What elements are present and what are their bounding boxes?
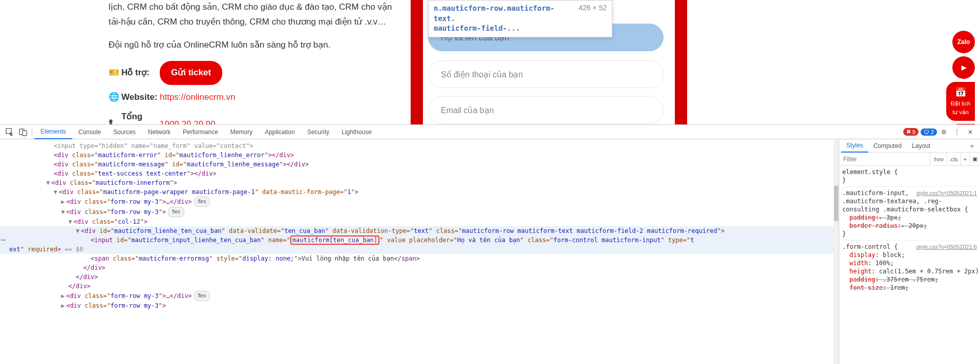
youtube-circle[interactable]: ▶ bbox=[952, 56, 975, 79]
styles-filter-input[interactable] bbox=[839, 156, 930, 163]
message-count-badge[interactable]: 🗨 2 bbox=[921, 129, 937, 136]
schedule-button[interactable]: 📅 Đặt lịch tư vấn bbox=[946, 82, 975, 121]
tab-lighthouse[interactable]: Lighthouse bbox=[335, 125, 378, 139]
tab-computed[interactable]: Computed bbox=[868, 139, 907, 153]
text-line: lịch, CRM cho bất động sản, CRM cho giáo… bbox=[109, 2, 392, 12]
tab-network[interactable]: Network bbox=[142, 125, 177, 139]
label-website: 🌐Website: bbox=[109, 90, 160, 105]
new-rule-icon[interactable]: + bbox=[961, 153, 969, 165]
hov-toggle[interactable]: :hov bbox=[930, 153, 946, 165]
tab-application[interactable]: Application bbox=[259, 125, 301, 139]
label-support: 🎫Hỗ trợ: bbox=[109, 66, 160, 80]
website-link[interactable]: https://onlinecrm.vn bbox=[160, 90, 235, 105]
css-rules[interactable]: element.style { } style.css?v=05052021:1… bbox=[839, 166, 980, 364]
more-tabs-icon[interactable]: » bbox=[966, 142, 978, 149]
tab-memory[interactable]: Memory bbox=[224, 125, 259, 139]
decor-bar bbox=[411, 0, 423, 124]
line-marker-icon: ⋯ bbox=[1, 235, 6, 244]
tab-performance[interactable]: Performance bbox=[177, 125, 224, 139]
tab-layout[interactable]: Layout bbox=[907, 139, 935, 153]
article-content: lịch, CRM cho bất động sản, CRM cho giáo… bbox=[0, 0, 410, 124]
dom-tree[interactable]: ⋯ <input type="hidden" name="name_form" … bbox=[0, 139, 839, 364]
email-input[interactable]: Email của bạn bbox=[428, 96, 664, 124]
devtools-tabbar: Elements Console Sources Network Perform… bbox=[0, 125, 980, 139]
error-count-badge[interactable]: ✖ 9 bbox=[903, 128, 919, 136]
styles-menu-icon[interactable]: ▣ bbox=[969, 153, 980, 165]
ticket-button[interactable]: Gửi ticket bbox=[160, 61, 222, 85]
close-icon[interactable]: ✕ bbox=[964, 125, 977, 139]
tab-styles[interactable]: Styles bbox=[841, 139, 868, 153]
styles-panel: Styles Computed Layout » :hov .cls + ▣ e… bbox=[839, 139, 980, 364]
support-text: Đội ngũ hỗ trợ của OnlineCRM luôn sẵn sà… bbox=[109, 38, 410, 53]
inspect-icon[interactable] bbox=[3, 125, 16, 139]
tab-console[interactable]: Console bbox=[72, 125, 107, 139]
tab-elements[interactable]: Elements bbox=[34, 125, 72, 139]
svg-rect-2 bbox=[23, 131, 27, 136]
text-line: tải-hậu cần, CRM cho truyền thông, CRM c… bbox=[109, 17, 386, 27]
element-inspect-tooltip: n.mauticform-row.mauticform-text. mautic… bbox=[428, 0, 612, 37]
cls-toggle[interactable]: .cls bbox=[946, 153, 961, 165]
device-toggle-icon[interactable] bbox=[16, 125, 30, 139]
contact-form: n.mauticform-row.mauticform-text. mautic… bbox=[411, 0, 687, 124]
decor-bar bbox=[675, 0, 687, 124]
source-link[interactable]: style.css?v=05052021:6 bbox=[917, 243, 977, 251]
more-icon[interactable]: ⋮ bbox=[950, 125, 964, 139]
scrollbar[interactable] bbox=[834, 139, 839, 364]
calendar-icon: 📅 bbox=[955, 87, 966, 98]
devtools-panel: Elements Console Sources Network Perform… bbox=[0, 124, 980, 364]
settings-icon[interactable]: ⚙ bbox=[937, 125, 950, 139]
phone-input[interactable]: Số điện thoại của bạn bbox=[428, 60, 664, 88]
highlighted-attribute: mauticform[ten_cua_ban] bbox=[290, 235, 379, 245]
tab-security[interactable]: Security bbox=[301, 125, 335, 139]
source-link[interactable]: style.css?v=05052021:1 bbox=[917, 189, 977, 197]
zalo-circle[interactable]: Zalo bbox=[952, 31, 975, 53]
tab-sources[interactable]: Sources bbox=[107, 125, 142, 139]
